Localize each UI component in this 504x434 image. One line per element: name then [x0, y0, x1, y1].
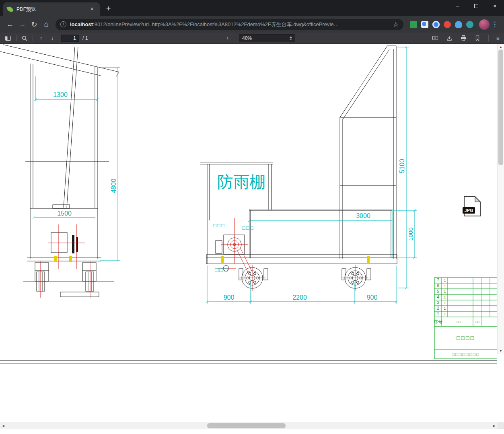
sidebar-toggle-button[interactable] [2, 33, 14, 43]
extension-cloud-icon[interactable] [455, 21, 462, 28]
title-block-header-right: □□ [475, 320, 479, 324]
title-block: 7 6 5 4 3 2 1 1 1 1 1 1 1 1 序号 □□ □□ □□□… [434, 278, 497, 359]
url-bar[interactable]: i localhost:8012/onlinePreview?url=http%… [56, 19, 403, 30]
title-block-row-qty: 1 [444, 306, 446, 311]
title-block-row-qty: 1 [444, 295, 446, 299]
select-spinner-icon [290, 36, 292, 40]
title-block-row-no: 1 [437, 312, 439, 316]
toolbar-divider [488, 35, 489, 41]
dim-label-900-left: 900 [224, 294, 235, 301]
scroll-left-icon[interactable]: ◀ [0, 422, 6, 429]
window-controls: ─ ✕ [448, 0, 504, 12]
horizontal-scrollbar-thumb[interactable] [207, 423, 286, 428]
extensions-area [407, 21, 477, 28]
tofu-text-b: □□□ [242, 225, 254, 231]
search-icon [21, 35, 28, 41]
jpg-file-icon: JPG [463, 197, 480, 216]
presentation-mode-button[interactable] [430, 33, 441, 43]
dim-label-3000: 3000 [356, 212, 370, 219]
find-button[interactable] [19, 33, 30, 43]
toolbar-divider [16, 35, 16, 41]
url-text: localhost:8012/onlinePreview?url=http%3A… [70, 21, 390, 28]
zoom-in-button[interactable]: + [222, 33, 233, 43]
tab-close-icon[interactable]: × [88, 6, 96, 13]
pdf-toolbar: ↑ ↓ / 1 − + 40% » [0, 33, 504, 44]
title-block-row-qty: 1 [444, 312, 446, 316]
presentation-icon [432, 35, 438, 41]
new-tab-button[interactable]: + [103, 4, 114, 14]
extension-translate-icon[interactable] [421, 21, 428, 28]
address-bar: ← → ↻ ⌂ i localhost:8012/onlinePreview?u… [0, 16, 504, 33]
extension-blue-circle-icon[interactable] [432, 21, 440, 28]
dim-label-5100: 5100 [399, 159, 405, 173]
home-button[interactable]: ⌂ [40, 19, 52, 31]
title-block-header-mid: □□ [457, 320, 461, 324]
sheet-border [0, 360, 497, 364]
side-view: 防雨棚 [200, 46, 417, 304]
tofu-text-c: □□□ [215, 266, 228, 273]
title-block-row-no: 5 [437, 289, 439, 294]
zoom-out-button[interactable]: − [211, 33, 222, 43]
tab-title: PDF预览 [16, 6, 88, 13]
title-block-name: □□□□ [457, 335, 475, 341]
vertical-scrollbar[interactable]: ▲ ▼ [497, 44, 504, 354]
title-block-row-no: 2 [437, 306, 439, 311]
title-block-row-no: 7 [437, 278, 439, 282]
close-button[interactable]: ✕ [485, 0, 504, 12]
bookmark-icon [474, 35, 481, 41]
browser-menu-icon[interactable]: ⋮ [490, 20, 500, 29]
open-file-icon [446, 35, 453, 41]
jpg-badge-label: JPG [464, 208, 473, 213]
previous-page-button[interactable]: ↑ [35, 33, 47, 43]
back-button[interactable]: ← [4, 19, 16, 31]
reload-button[interactable]: ↻ [28, 19, 40, 31]
title-block-row-qty: 1 [444, 301, 446, 305]
browser-tab[interactable]: PDF预览 × [3, 2, 100, 16]
page-count-label: / 1 [82, 35, 88, 41]
extension-red-icon[interactable] [444, 21, 451, 28]
pdf-viewport[interactable]: 1300 1500 4800 防雨棚 [0, 44, 497, 422]
cad-drawing: 1300 1500 4800 防雨棚 [0, 44, 497, 422]
scroll-up-icon[interactable]: ▲ [498, 44, 504, 49]
vertical-scrollbar-thumb[interactable] [498, 49, 503, 165]
print-button[interactable] [458, 33, 469, 43]
shelter-label: 防雨棚 [217, 173, 265, 191]
open-file-button[interactable] [444, 33, 455, 43]
profile-avatar[interactable] [479, 19, 490, 30]
dim-label-4800: 4800 [110, 179, 117, 193]
horizontal-scrollbar[interactable]: ◀ ▶ [0, 422, 498, 429]
minimize-button[interactable]: ─ [448, 0, 467, 12]
zoom-value: 40% [242, 35, 252, 41]
more-tools-button[interactable]: » [494, 35, 502, 41]
page-number-input[interactable] [61, 35, 79, 42]
print-icon [460, 35, 467, 41]
pdf-toolbar-left: ↑ ↓ / 1 [2, 33, 88, 43]
site-info-icon[interactable]: i [60, 21, 66, 27]
sidebar-toggle-icon [5, 35, 11, 41]
title-block-row-no: 3 [437, 300, 439, 305]
maximize-button[interactable] [467, 0, 485, 12]
extension-teal-icon[interactable] [466, 21, 473, 28]
zoom-select[interactable]: 40% [239, 34, 295, 42]
dim-label-900-right: 900 [367, 294, 378, 301]
next-page-button[interactable]: ↓ [47, 33, 58, 43]
bookmark-star-icon[interactable]: ☆ [393, 21, 399, 28]
url-host: localhost [70, 21, 93, 27]
title-block-row-qty: 1 [444, 290, 446, 294]
url-path: :8012/onlinePreview?url=http%3A%2F%2Floc… [93, 21, 339, 27]
pdf-toolbar-center: − + 40% [211, 33, 295, 43]
tofu-text-a: □□□ [213, 222, 225, 228]
title-block-header-no: 序号 [434, 319, 442, 324]
scroll-down-icon[interactable]: ▼ [498, 348, 504, 354]
dim-label-2200: 2200 [292, 294, 307, 301]
bookmark-button[interactable] [472, 33, 483, 43]
pdf-toolbar-right: » [430, 33, 502, 43]
front-view: 1300 1500 4800 [0, 45, 120, 298]
maximize-icon [474, 4, 478, 8]
leaf-favicon-icon [6, 6, 13, 12]
scroll-right-icon[interactable]: ▶ [492, 422, 497, 429]
title-block-footer: □□□□□□□□ [452, 352, 479, 357]
dim-label-1500: 1500 [57, 210, 72, 217]
extension-green-icon[interactable] [410, 21, 417, 28]
forward-button[interactable]: → [16, 19, 28, 31]
